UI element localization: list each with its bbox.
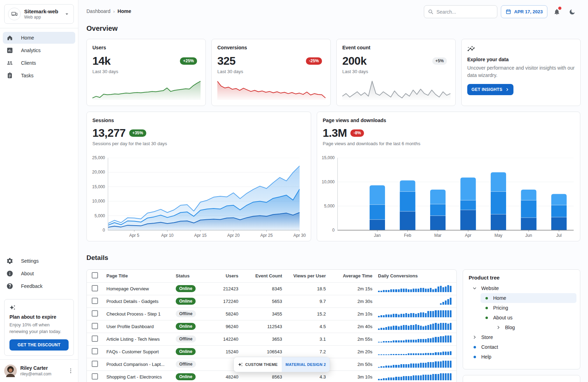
column-header[interactable]: Page Title [104, 270, 173, 282]
tree-item-store[interactable]: Store [469, 332, 576, 342]
dot-green-icon [483, 307, 490, 309]
views-per-user-cell: 7.2 [285, 345, 329, 358]
y-axis-tick: 0 [332, 228, 335, 233]
event-count-cell: 106543 [241, 345, 285, 358]
x-axis-tick: Apr 25 [260, 233, 273, 238]
user-profile: Riley Carter riley@email.com [0, 359, 78, 382]
trend-badge: +25% [180, 57, 197, 64]
next-card-partial [463, 375, 580, 382]
tree-item-home[interactable]: Home [481, 293, 576, 303]
average-time-cell: 2m 20s [329, 345, 375, 358]
row-checkbox[interactable] [92, 285, 98, 291]
event-count-cell: 112543 [241, 320, 285, 333]
sparkle-icon [238, 362, 243, 367]
page-title-cell: Shopping Cart - Electronics [104, 370, 173, 382]
home-icon [6, 34, 13, 41]
breadcrumb-dashboard[interactable]: Dashboard [86, 8, 111, 14]
tree-item-label: Home [493, 295, 506, 301]
daily-conversions-sparkline [378, 323, 451, 330]
nav-label: Home [21, 35, 34, 41]
conversions-sparkline-chart [217, 80, 326, 100]
row-checkbox[interactable] [92, 298, 98, 304]
row-checkbox[interactable] [92, 310, 98, 317]
get-discount-button[interactable]: GET THE DISCOUNT [9, 339, 69, 351]
tree-item-help[interactable]: Help [469, 352, 576, 362]
get-insights-button[interactable]: GET INSIGHTS [467, 84, 513, 95]
dot-blue-icon [471, 346, 478, 348]
tree-item-website[interactable]: Website [469, 283, 576, 293]
chevron-right-icon [471, 334, 478, 340]
users-cell: 58240 [208, 307, 241, 320]
column-header[interactable]: Views per User [285, 270, 329, 282]
column-header[interactable]: Users [208, 270, 241, 282]
average-time-cell: 2m 55s [329, 333, 375, 345]
notifications-button[interactable] [551, 6, 563, 18]
sessions-area-chart: Apr 5Apr 10Apr 15Apr 20Apr 25Apr 30 [108, 158, 300, 237]
sidebar-item-feedback[interactable]: Feedback [3, 280, 75, 292]
x-axis-tick: Jan [374, 233, 380, 238]
x-axis-tick: Apr 30 [293, 233, 306, 238]
event-count-cell: 3455 [241, 307, 285, 320]
search-input[interactable] [436, 9, 489, 15]
tree-item-contact[interactable]: Contact [469, 342, 576, 352]
x-axis-tick: Jul [556, 233, 561, 238]
row-checkbox[interactable] [92, 335, 98, 342]
tasks-icon [6, 72, 13, 79]
tree-item-blog[interactable]: Blog [492, 323, 576, 332]
users-cell: 96240 [208, 320, 241, 333]
sidebar-item-tasks[interactable]: Tasks [3, 70, 75, 82]
workspace-selector[interactable]: Sitemark-web Web app [4, 4, 74, 24]
stat-title: Conversions [217, 45, 325, 50]
more-vert-icon[interactable] [68, 368, 74, 374]
tree-item-pricing[interactable]: Pricing [481, 303, 576, 313]
breadcrumb-home: Home [118, 8, 131, 14]
page-views-y-axis: 05,00010,00015,000 [317, 158, 335, 230]
row-checkbox[interactable] [92, 323, 98, 329]
devices-icon [8, 8, 21, 20]
row-checkbox[interactable] [92, 361, 98, 367]
trend-badge: +5% [432, 57, 447, 64]
nav-label: Tasks [21, 73, 34, 78]
daily-conversions-sparkline [378, 285, 451, 292]
column-header[interactable]: Daily Conversions [375, 270, 457, 282]
tree-item-about-us[interactable]: About us [481, 313, 576, 323]
custom-theme-button[interactable]: CUSTOM THEME [234, 357, 282, 372]
column-header[interactable]: Event Count [241, 270, 285, 282]
column-header[interactable]: Average Time [329, 270, 375, 282]
average-time-cell: 2m 30s [329, 295, 375, 307]
sidebar-item-clients[interactable]: Clients [3, 57, 75, 69]
y-axis-tick: 5,000 [324, 204, 335, 208]
views-per-user-cell: 18.5 [285, 282, 329, 295]
row-checkbox[interactable] [92, 373, 98, 380]
explore-card-title: Explore your data [467, 57, 575, 62]
sidebar-item-settings[interactable]: Settings [3, 255, 75, 267]
sidebar-item-about[interactable]: About [3, 268, 75, 280]
material-design-2-button[interactable]: MATERIAL DESIGN 2 [282, 357, 330, 372]
user-email: riley@email.com [20, 372, 51, 376]
page-title-cell: User Profile Dashboard [104, 320, 173, 333]
table-row: Checkout Process - Step 1Offline58240345… [87, 307, 457, 320]
dark-mode-toggle[interactable] [566, 6, 578, 18]
tree-item-label: Website [481, 285, 499, 291]
column-header[interactable]: Status [173, 270, 208, 282]
y-axis-tick: 10,000 [322, 179, 335, 184]
notification-badge [558, 7, 561, 10]
daily-conversions-sparkline [378, 348, 451, 355]
views-per-user-cell: 15.2 [285, 307, 329, 320]
nav-label: Analytics [21, 48, 41, 53]
tree-item-label: Blog [505, 325, 515, 330]
x-axis-tick: Apr 20 [227, 233, 239, 238]
views-per-user-cell: 4.5 [285, 320, 329, 333]
sidebar-item-home[interactable]: Home [3, 32, 75, 44]
sidebar-item-analytics[interactable]: Analytics [3, 44, 75, 56]
x-axis-tick: Jun [525, 233, 532, 238]
x-axis-tick: Apr [465, 233, 471, 238]
table-row: Article Listing - Tech NewsOffline142240… [87, 333, 457, 345]
y-axis-tick: 10,000 [92, 199, 105, 204]
status-badge: Offline [176, 361, 196, 368]
y-axis-tick: 0 [103, 228, 105, 233]
row-checkbox[interactable] [92, 348, 98, 354]
date-picker-button[interactable]: APR 17, 2023 [501, 5, 547, 18]
select-all-checkbox[interactable] [92, 272, 98, 278]
sidebar-secondary-nav: SettingsAboutFeedback [0, 252, 78, 296]
